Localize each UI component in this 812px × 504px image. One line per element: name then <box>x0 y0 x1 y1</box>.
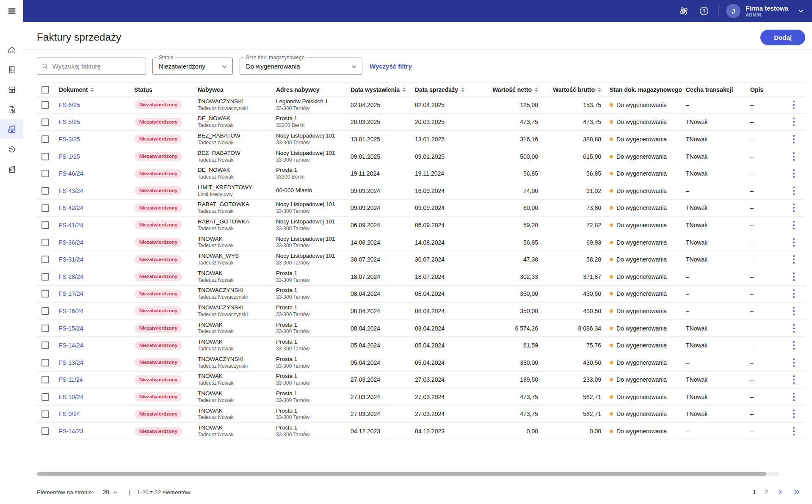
sort-icon[interactable] <box>461 88 464 92</box>
page-button-2[interactable]: 2 <box>765 489 768 496</box>
warehouse-state-select[interactable]: Stan dok. magazynowego Do wygenerowania <box>240 58 362 75</box>
document-link[interactable]: FS-11/24 <box>59 376 83 383</box>
row-checkbox[interactable] <box>41 325 49 332</box>
sort-icon[interactable] <box>403 88 406 92</box>
document-link[interactable]: FS-31/24 <box>59 256 83 263</box>
sort-icon[interactable] <box>535 88 538 92</box>
document-link[interactable]: FS-41/24 <box>59 222 83 229</box>
sort-icon[interactable] <box>598 88 601 92</box>
document-link[interactable]: FS-43/24 <box>59 187 83 194</box>
row-menu-button[interactable] <box>791 288 796 300</box>
sidebar-item-locations[interactable] <box>0 159 23 179</box>
home-icon <box>7 45 17 55</box>
document-link[interactable]: FS-3/25 <box>59 136 80 143</box>
sort-icon[interactable] <box>91 88 94 92</box>
select-all-checkbox[interactable] <box>41 86 49 94</box>
page-button-1[interactable]: 1 <box>753 489 756 496</box>
row-menu-button[interactable] <box>791 425 796 437</box>
next-page-button[interactable] <box>776 488 784 496</box>
add-button[interactable]: Dodaj <box>760 30 805 45</box>
row-menu-button[interactable] <box>791 305 796 317</box>
buyer-address-line2: 33-300 Tarnów <box>276 380 345 386</box>
row-checkbox[interactable] <box>41 342 49 349</box>
row-checkbox[interactable] <box>41 118 49 126</box>
row-checkbox[interactable] <box>41 427 49 435</box>
status-select[interactable]: Status Niezatwierdzony <box>152 58 233 75</box>
row-checkbox[interactable] <box>41 204 49 212</box>
document-link[interactable]: FS-46/24 <box>59 170 83 177</box>
row-checkbox[interactable] <box>41 376 49 383</box>
row-menu-button[interactable] <box>791 322 796 334</box>
table-row: FS-10/24 Niezatwierdzony TNOWAK Tadeusz … <box>37 388 805 406</box>
horizontal-scrollbar[interactable] <box>37 472 779 476</box>
row-menu-button[interactable] <box>791 185 796 197</box>
document-link[interactable]: FS-28/24 <box>59 273 83 280</box>
row-menu-button[interactable] <box>791 202 796 214</box>
row-checkbox[interactable] <box>41 256 49 263</box>
row-checkbox[interactable] <box>41 221 49 229</box>
row-checkbox[interactable] <box>41 393 49 401</box>
document-link[interactable]: FS-6/25 <box>59 102 80 108</box>
row-checkbox[interactable] <box>41 153 49 160</box>
scrollbar-thumb[interactable] <box>37 472 766 476</box>
row-menu-button[interactable] <box>791 408 796 420</box>
search-input[interactable] <box>52 63 141 70</box>
row-menu-button[interactable] <box>791 133 796 145</box>
row-menu-button[interactable] <box>791 151 796 162</box>
buyer-address-line2: 33-300 Tarnów <box>276 226 345 232</box>
row-checkbox[interactable] <box>41 239 49 246</box>
sidebar-item-history[interactable] <box>0 139 23 159</box>
document-link[interactable]: FS-14/24 <box>59 342 83 349</box>
row-menu-button[interactable] <box>791 339 796 351</box>
sidebar-item-company[interactable] <box>0 60 23 80</box>
row-menu-button[interactable] <box>791 116 796 128</box>
sidebar-item-home[interactable] <box>0 40 23 60</box>
document-link[interactable]: FS-14/23 <box>59 428 83 435</box>
row-checkbox[interactable] <box>41 290 49 297</box>
menu-button[interactable] <box>0 0 23 22</box>
row-menu-button[interactable] <box>791 271 796 283</box>
row-menu-button[interactable] <box>791 391 796 403</box>
document-link[interactable]: FS-1/25 <box>59 153 80 160</box>
clear-filters-link[interactable]: Wyczyść filtry <box>370 63 412 70</box>
document-link[interactable]: FS-13/24 <box>59 359 83 366</box>
row-checkbox[interactable] <box>41 170 49 177</box>
document-link[interactable]: FS-42/24 <box>59 204 83 211</box>
row-checkbox[interactable] <box>41 187 49 195</box>
row-menu-button[interactable] <box>791 168 796 179</box>
document-link[interactable]: FS-9/24 <box>59 410 80 417</box>
row-menu-button[interactable] <box>791 253 796 265</box>
sidebar-item-store[interactable] <box>0 80 23 99</box>
sale-date: 19.11.2024 <box>410 170 473 177</box>
document-link[interactable]: FS-17/24 <box>59 290 83 297</box>
row-menu-button[interactable] <box>791 237 796 248</box>
row-menu-button[interactable] <box>791 219 796 231</box>
status-badge: Niezatwierdzony <box>135 341 182 350</box>
row-checkbox[interactable] <box>41 410 49 418</box>
row-menu-button[interactable] <box>791 374 796 386</box>
row-checkbox[interactable] <box>41 359 49 366</box>
row-menu-button[interactable] <box>791 99 796 111</box>
buyer-code: TNOWAK <box>198 339 271 346</box>
last-page-button[interactable] <box>793 488 801 496</box>
issue-date: 05.04.2024 <box>345 342 410 349</box>
description: – <box>746 222 782 229</box>
document-link[interactable]: FS-16/24 <box>59 308 83 314</box>
row-checkbox[interactable] <box>41 307 49 315</box>
row-checkbox[interactable] <box>41 135 49 143</box>
sidebar-item-sales-invoices[interactable] <box>0 119 23 139</box>
buyer-code: RABAT_GOTOWKA <box>198 218 271 226</box>
document-link[interactable]: FS-10/24 <box>59 394 83 400</box>
document-link[interactable]: FS-15/24 <box>59 325 83 332</box>
document-link[interactable]: FS-5/25 <box>59 118 80 125</box>
sidebar-item-documents[interactable] <box>0 99 23 119</box>
items-per-page-select[interactable]: 20 <box>103 488 120 496</box>
help-button[interactable]: ? <box>698 5 710 17</box>
integrations-button[interactable] <box>677 5 690 17</box>
row-menu-button[interactable] <box>791 357 796 369</box>
buyer-code: TNOWAK <box>198 390 271 397</box>
account-menu-button[interactable]: J Firma testowa ADMIN <box>726 4 805 18</box>
row-checkbox[interactable] <box>41 101 49 109</box>
document-link[interactable]: FS-36/24 <box>59 239 83 246</box>
row-checkbox[interactable] <box>41 273 49 281</box>
